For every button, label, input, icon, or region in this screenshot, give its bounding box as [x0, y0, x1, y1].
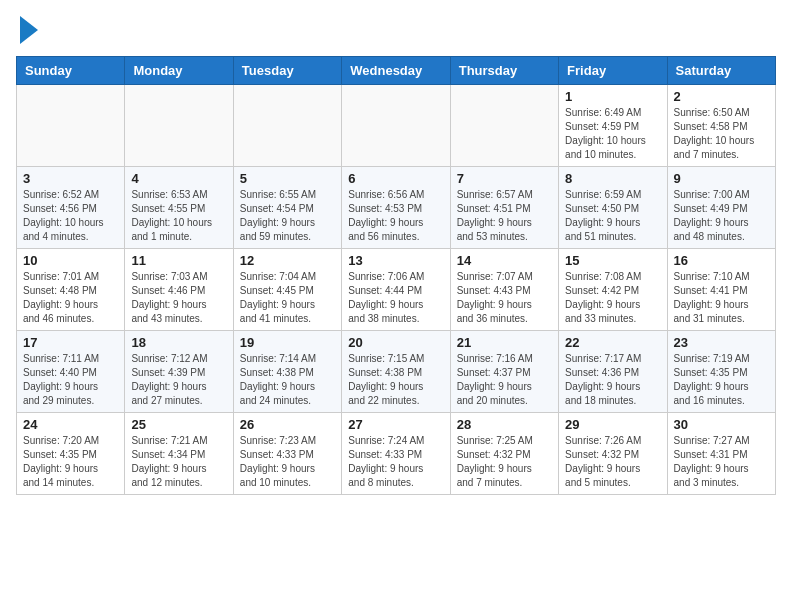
- day-info: Sunrise: 6:57 AM Sunset: 4:51 PM Dayligh…: [457, 188, 552, 244]
- day-info: Sunrise: 7:23 AM Sunset: 4:33 PM Dayligh…: [240, 434, 335, 490]
- calendar-cell: 7Sunrise: 6:57 AM Sunset: 4:51 PM Daylig…: [450, 167, 558, 249]
- day-number: 10: [23, 253, 118, 268]
- day-info: Sunrise: 7:04 AM Sunset: 4:45 PM Dayligh…: [240, 270, 335, 326]
- day-number: 29: [565, 417, 660, 432]
- logo-arrow-icon: [20, 16, 38, 44]
- calendar-header-row: SundayMondayTuesdayWednesdayThursdayFrid…: [17, 57, 776, 85]
- weekday-header-friday: Friday: [559, 57, 667, 85]
- day-info: Sunrise: 7:03 AM Sunset: 4:46 PM Dayligh…: [131, 270, 226, 326]
- day-number: 25: [131, 417, 226, 432]
- day-info: Sunrise: 7:20 AM Sunset: 4:35 PM Dayligh…: [23, 434, 118, 490]
- calendar-cell: 30Sunrise: 7:27 AM Sunset: 4:31 PM Dayli…: [667, 413, 775, 495]
- calendar-cell: 9Sunrise: 7:00 AM Sunset: 4:49 PM Daylig…: [667, 167, 775, 249]
- day-number: 5: [240, 171, 335, 186]
- day-number: 7: [457, 171, 552, 186]
- day-info: Sunrise: 7:21 AM Sunset: 4:34 PM Dayligh…: [131, 434, 226, 490]
- day-info: Sunrise: 6:50 AM Sunset: 4:58 PM Dayligh…: [674, 106, 769, 162]
- calendar-week-row: 17Sunrise: 7:11 AM Sunset: 4:40 PM Dayli…: [17, 331, 776, 413]
- calendar-cell: 19Sunrise: 7:14 AM Sunset: 4:38 PM Dayli…: [233, 331, 341, 413]
- calendar-cell: 17Sunrise: 7:11 AM Sunset: 4:40 PM Dayli…: [17, 331, 125, 413]
- day-info: Sunrise: 6:56 AM Sunset: 4:53 PM Dayligh…: [348, 188, 443, 244]
- calendar-cell: [342, 85, 450, 167]
- calendar-week-row: 3Sunrise: 6:52 AM Sunset: 4:56 PM Daylig…: [17, 167, 776, 249]
- day-info: Sunrise: 6:53 AM Sunset: 4:55 PM Dayligh…: [131, 188, 226, 244]
- calendar-cell: 25Sunrise: 7:21 AM Sunset: 4:34 PM Dayli…: [125, 413, 233, 495]
- calendar-cell: 10Sunrise: 7:01 AM Sunset: 4:48 PM Dayli…: [17, 249, 125, 331]
- day-number: 27: [348, 417, 443, 432]
- day-info: Sunrise: 7:27 AM Sunset: 4:31 PM Dayligh…: [674, 434, 769, 490]
- weekday-header-thursday: Thursday: [450, 57, 558, 85]
- day-info: Sunrise: 7:16 AM Sunset: 4:37 PM Dayligh…: [457, 352, 552, 408]
- calendar-cell: 22Sunrise: 7:17 AM Sunset: 4:36 PM Dayli…: [559, 331, 667, 413]
- calendar-cell: [450, 85, 558, 167]
- calendar-cell: 29Sunrise: 7:26 AM Sunset: 4:32 PM Dayli…: [559, 413, 667, 495]
- day-number: 24: [23, 417, 118, 432]
- day-number: 2: [674, 89, 769, 104]
- calendar-cell: [233, 85, 341, 167]
- weekday-header-sunday: Sunday: [17, 57, 125, 85]
- day-info: Sunrise: 7:11 AM Sunset: 4:40 PM Dayligh…: [23, 352, 118, 408]
- day-info: Sunrise: 7:24 AM Sunset: 4:33 PM Dayligh…: [348, 434, 443, 490]
- calendar-cell: 24Sunrise: 7:20 AM Sunset: 4:35 PM Dayli…: [17, 413, 125, 495]
- day-number: 28: [457, 417, 552, 432]
- day-number: 6: [348, 171, 443, 186]
- day-number: 21: [457, 335, 552, 350]
- weekday-header-saturday: Saturday: [667, 57, 775, 85]
- day-number: 20: [348, 335, 443, 350]
- calendar-cell: 2Sunrise: 6:50 AM Sunset: 4:58 PM Daylig…: [667, 85, 775, 167]
- weekday-header-wednesday: Wednesday: [342, 57, 450, 85]
- calendar-cell: 6Sunrise: 6:56 AM Sunset: 4:53 PM Daylig…: [342, 167, 450, 249]
- day-number: 11: [131, 253, 226, 268]
- calendar-week-row: 1Sunrise: 6:49 AM Sunset: 4:59 PM Daylig…: [17, 85, 776, 167]
- calendar-cell: 4Sunrise: 6:53 AM Sunset: 4:55 PM Daylig…: [125, 167, 233, 249]
- day-number: 1: [565, 89, 660, 104]
- calendar-cell: 5Sunrise: 6:55 AM Sunset: 4:54 PM Daylig…: [233, 167, 341, 249]
- calendar-week-row: 24Sunrise: 7:20 AM Sunset: 4:35 PM Dayli…: [17, 413, 776, 495]
- day-info: Sunrise: 6:55 AM Sunset: 4:54 PM Dayligh…: [240, 188, 335, 244]
- calendar-cell: 12Sunrise: 7:04 AM Sunset: 4:45 PM Dayli…: [233, 249, 341, 331]
- calendar-cell: 18Sunrise: 7:12 AM Sunset: 4:39 PM Dayli…: [125, 331, 233, 413]
- day-info: Sunrise: 7:14 AM Sunset: 4:38 PM Dayligh…: [240, 352, 335, 408]
- logo: [16, 16, 38, 44]
- calendar-cell: 20Sunrise: 7:15 AM Sunset: 4:38 PM Dayli…: [342, 331, 450, 413]
- calendar-cell: 28Sunrise: 7:25 AM Sunset: 4:32 PM Dayli…: [450, 413, 558, 495]
- day-info: Sunrise: 7:25 AM Sunset: 4:32 PM Dayligh…: [457, 434, 552, 490]
- day-number: 3: [23, 171, 118, 186]
- day-info: Sunrise: 7:01 AM Sunset: 4:48 PM Dayligh…: [23, 270, 118, 326]
- day-info: Sunrise: 7:17 AM Sunset: 4:36 PM Dayligh…: [565, 352, 660, 408]
- calendar-cell: 13Sunrise: 7:06 AM Sunset: 4:44 PM Dayli…: [342, 249, 450, 331]
- day-info: Sunrise: 6:49 AM Sunset: 4:59 PM Dayligh…: [565, 106, 660, 162]
- calendar-cell: 14Sunrise: 7:07 AM Sunset: 4:43 PM Dayli…: [450, 249, 558, 331]
- calendar-cell: [17, 85, 125, 167]
- day-info: Sunrise: 7:26 AM Sunset: 4:32 PM Dayligh…: [565, 434, 660, 490]
- calendar-cell: 26Sunrise: 7:23 AM Sunset: 4:33 PM Dayli…: [233, 413, 341, 495]
- day-number: 16: [674, 253, 769, 268]
- day-info: Sunrise: 7:00 AM Sunset: 4:49 PM Dayligh…: [674, 188, 769, 244]
- day-number: 13: [348, 253, 443, 268]
- day-info: Sunrise: 7:07 AM Sunset: 4:43 PM Dayligh…: [457, 270, 552, 326]
- day-info: Sunrise: 7:10 AM Sunset: 4:41 PM Dayligh…: [674, 270, 769, 326]
- day-info: Sunrise: 7:15 AM Sunset: 4:38 PM Dayligh…: [348, 352, 443, 408]
- day-number: 9: [674, 171, 769, 186]
- calendar-cell: 1Sunrise: 6:49 AM Sunset: 4:59 PM Daylig…: [559, 85, 667, 167]
- day-info: Sunrise: 7:08 AM Sunset: 4:42 PM Dayligh…: [565, 270, 660, 326]
- day-number: 30: [674, 417, 769, 432]
- calendar-cell: 21Sunrise: 7:16 AM Sunset: 4:37 PM Dayli…: [450, 331, 558, 413]
- day-number: 17: [23, 335, 118, 350]
- calendar-cell: 23Sunrise: 7:19 AM Sunset: 4:35 PM Dayli…: [667, 331, 775, 413]
- calendar-cell: 8Sunrise: 6:59 AM Sunset: 4:50 PM Daylig…: [559, 167, 667, 249]
- weekday-header-tuesday: Tuesday: [233, 57, 341, 85]
- day-number: 23: [674, 335, 769, 350]
- day-info: Sunrise: 6:59 AM Sunset: 4:50 PM Dayligh…: [565, 188, 660, 244]
- day-number: 14: [457, 253, 552, 268]
- day-number: 8: [565, 171, 660, 186]
- day-number: 22: [565, 335, 660, 350]
- page-header: [16, 16, 776, 44]
- calendar-cell: 3Sunrise: 6:52 AM Sunset: 4:56 PM Daylig…: [17, 167, 125, 249]
- calendar-cell: 16Sunrise: 7:10 AM Sunset: 4:41 PM Dayli…: [667, 249, 775, 331]
- calendar-cell: 11Sunrise: 7:03 AM Sunset: 4:46 PM Dayli…: [125, 249, 233, 331]
- day-info: Sunrise: 7:19 AM Sunset: 4:35 PM Dayligh…: [674, 352, 769, 408]
- day-number: 19: [240, 335, 335, 350]
- calendar-cell: 15Sunrise: 7:08 AM Sunset: 4:42 PM Dayli…: [559, 249, 667, 331]
- day-info: Sunrise: 7:12 AM Sunset: 4:39 PM Dayligh…: [131, 352, 226, 408]
